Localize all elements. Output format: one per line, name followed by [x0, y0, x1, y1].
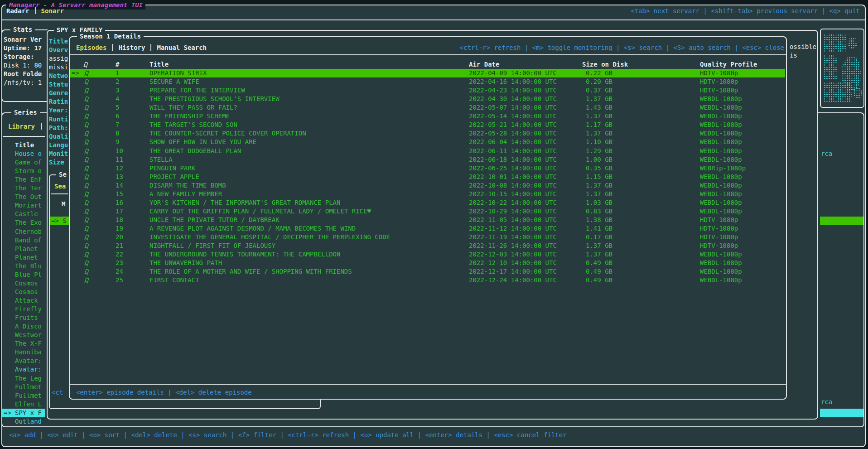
episode-size: 0.83 GB	[586, 207, 612, 216]
episode-title: THE UNDERGROUND TENNIS TOURNAMENT: THE C…	[149, 250, 340, 259]
series-list-item[interactable]: Fullmet	[2, 391, 45, 400]
episode-number: 1	[116, 69, 119, 77]
tag-icon	[84, 70, 90, 77]
episode-number: 15	[116, 190, 123, 198]
tab-library[interactable]: Library	[8, 123, 35, 130]
episode-size: 1.03 GB	[586, 198, 612, 207]
episode-number: 25	[116, 276, 123, 285]
series-list-item[interactable]: Planet	[2, 245, 45, 253]
series-list-item[interactable]: =>SPY x F	[2, 409, 45, 417]
episode-row[interactable]: 20INVESTIGATE THE GENERAL HOSPITAL / DEC…	[70, 233, 785, 241]
series-list-item[interactable]: Fruits	[2, 314, 45, 322]
episode-row[interactable]: 13PROJECT APPLE2022-10-01 14:00:00 UTC1.…	[70, 173, 785, 181]
series-list-item[interactable]: Moriart	[2, 201, 45, 210]
series-list-item[interactable]: Outland	[2, 417, 45, 426]
series-list-item[interactable]: Cosmos	[2, 279, 45, 288]
episode-row[interactable]: 25FIRST CONTACT2022-12-24 14:00:00 UTC0.…	[70, 276, 785, 285]
episode-air-date: 2022-05-14 14:00:00 UTC	[469, 112, 557, 121]
col-quality: Quality Profile	[700, 60, 757, 69]
episode-row[interactable]: 22THE UNDERGROUND TENNIS TOURNAMENT: THE…	[70, 250, 785, 259]
terminal-screen: Managarr - A Servarr management TUI Rada…	[0, 0, 868, 449]
selection-marker: =>	[72, 69, 79, 77]
episode-row[interactable]: 18UNCLE THE PRIVATE TUTOR / DAYBREAK2022…	[70, 216, 785, 224]
series-list-item[interactable]: Firefly	[2, 305, 45, 314]
tab-history[interactable]: History	[118, 44, 145, 51]
tab-manual-search[interactable]: Manual Search	[157, 44, 207, 51]
series-list-item[interactable]: The Enf	[2, 175, 45, 184]
episode-row[interactable]: 16YOR'S KITCHEN / THE INFORMANT'S GREAT …	[70, 198, 785, 207]
series-field-label: Statu	[49, 80, 68, 89]
series-list-item[interactable]: The Out	[2, 193, 45, 201]
episode-row[interactable]: 6THE FRIENDSHIP SCHEME2022-05-14 14:00:0…	[70, 112, 785, 121]
episode-row[interactable]: 4THE PRESTIGIOUS SCHOOL'S INTERVIEW2022-…	[70, 95, 785, 103]
series-list-item[interactable]: The Leg	[2, 374, 45, 383]
episode-row[interactable]: =>1OPERATION STRIX2022-04-09 14:00:00 UT…	[70, 69, 785, 77]
tab-episodes[interactable]: Episodes	[76, 44, 106, 51]
series-tab-underline	[3, 136, 45, 137]
episode-row[interactable]: 21NIGHTFALL / FIRST FIT OF JEALOUSY2022-…	[70, 241, 785, 250]
series-list-item[interactable]: Storm o	[2, 167, 45, 175]
tag-icon	[84, 200, 90, 206]
episode-title: SECURE A WIFE	[149, 77, 199, 86]
episode-quality: WEBDL-1080p	[700, 155, 742, 164]
series-list-item[interactable]: Game of	[2, 158, 45, 167]
episode-row[interactable]: 23THE UNWAVERING PATH2022-12-10 14:00:00…	[70, 259, 785, 267]
episode-air-date: 2022-05-28 14:00:00 UTC	[469, 129, 557, 138]
series-list-item[interactable]: Planet	[2, 253, 45, 262]
series-list-item[interactable]: Castle	[2, 210, 45, 218]
tag-icon	[84, 243, 90, 249]
selected-season-row[interactable]: => S	[50, 217, 69, 225]
episode-number: 8	[116, 129, 119, 138]
tab-sonarr[interactable]: Sonarr	[41, 7, 64, 14]
series-list-item[interactable]: A Disco	[2, 322, 45, 331]
series-list-item[interactable]: Chernob	[2, 227, 45, 236]
series-list-item[interactable]: Attack	[2, 296, 45, 305]
tag-icon	[84, 130, 90, 137]
episode-row[interactable]: 17CARRY OUT THE GRIFFIN PLAN / FULLMETAL…	[70, 207, 785, 216]
episode-row[interactable]: 2SECURE A WIFE2022-04-16 14:00:00 UTC0.2…	[70, 77, 785, 86]
series-list-item[interactable]: House o	[2, 150, 45, 158]
series-list-item[interactable]: The X-F	[2, 339, 45, 348]
series-list-item[interactable]: Hanniba	[2, 348, 45, 357]
tab-radarr[interactable]: Radarr	[6, 7, 29, 14]
episode-row[interactable]: 7THE TARGET'S SECOND SON2022-05-21 14:00…	[70, 121, 785, 129]
episode-number: 3	[116, 86, 119, 95]
series-list-item[interactable]: Blue Pl	[2, 270, 45, 279]
episode-row[interactable]: 8THE COUNTER-SECRET POLICE COVER OPERATI…	[70, 129, 785, 138]
episode-quality: WEBDL-1080p	[700, 103, 742, 112]
series-panel-title: Series	[11, 108, 40, 117]
series-list-item[interactable]: Avatar:	[2, 357, 45, 365]
series-list-item[interactable]: Westwor	[2, 331, 45, 339]
episode-title: THE GREAT DODGEBALL PLAN	[149, 147, 241, 155]
seasons-tab-underline	[51, 193, 68, 194]
episode-row[interactable]: 14DISARM THE TIME BOMB2022-10-08 14:00:0…	[70, 181, 785, 190]
episode-row[interactable]: 24THE ROLE OF A MOTHER AND WIFE / SHOPPI…	[70, 267, 785, 276]
episode-row[interactable]: 12PENGUIN PARK2022-06-25 14:00:00 UTC0.3…	[70, 164, 785, 173]
episode-size: 1.37 GB	[586, 250, 612, 259]
episode-row[interactable]: 9SHOW OFF HOW IN LOVE YOU ARE2022-06-04 …	[70, 138, 785, 146]
series-list-item[interactable]: Avatar:	[2, 365, 45, 374]
episode-quality: HDTV-1080p	[700, 86, 738, 95]
series-list-item[interactable]: Elfen L	[2, 400, 45, 409]
episode-row[interactable]: 15A NEW FAMILY MEMBER2022-10-15 14:00:00…	[70, 190, 785, 198]
episode-row[interactable]: 10THE GREAT DODGEBALL PLAN2022-06-11 14:…	[70, 147, 785, 155]
episode-air-date: 2022-04-09 14:00:00 UTC	[469, 69, 557, 77]
series-list-item[interactable]: The Ter	[2, 184, 45, 193]
series-list-item[interactable]: Band of	[2, 236, 45, 245]
series-list-item[interactable]: The Blu	[2, 262, 45, 270]
col-size: Size on Disk	[582, 60, 628, 69]
tab-seasons[interactable]: Sea	[54, 182, 66, 191]
episode-row[interactable]: 3PREPARE FOR THE INTERVIEW2022-04-23 14:…	[70, 86, 785, 95]
series-list-item[interactable]: The Exo	[2, 218, 45, 227]
episode-air-date: 2022-04-23 14:00:00 UTC	[469, 86, 557, 95]
episode-quality: WEBDL-1080p	[700, 198, 742, 207]
series-list-item[interactable]: Fullmet	[2, 383, 45, 391]
episode-number: 16	[116, 198, 123, 207]
episode-air-date: 2022-06-11 14:00:00 UTC	[469, 147, 557, 155]
episode-row[interactable]: 11STELLA2022-06-18 14:00:00 UTC1.00 GBWE…	[70, 155, 785, 164]
episode-quality: WEBDL-1080p	[700, 173, 742, 181]
series-list-item[interactable]: Cosmos	[2, 288, 45, 296]
tag-icon	[84, 96, 90, 102]
episode-row[interactable]: 19A REVENGE PLOT AGAINST DESMOND / MAMA …	[70, 224, 785, 233]
episode-row[interactable]: 5WILL THEY PASS OR FAIL?2022-05-07 14:00…	[70, 103, 785, 112]
